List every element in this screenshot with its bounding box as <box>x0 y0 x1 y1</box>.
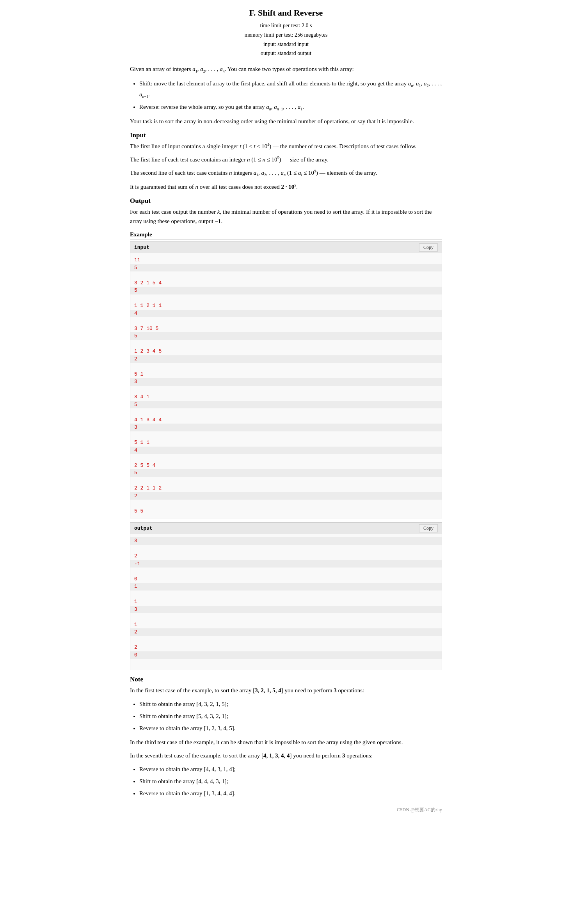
output-type: output: standard output <box>130 49 442 58</box>
input-line-7: 5 <box>130 332 442 340</box>
output-line-2: -1 <box>130 560 442 568</box>
input-line-12: 3 4 1 <box>134 394 149 400</box>
input-line-17: 4 <box>130 447 442 454</box>
output-line-8: 2 <box>130 628 442 636</box>
input-line-15: 3 <box>130 424 442 431</box>
note-first-case-item-2: Shift to obtain the array [5, 4, 3, 2, 1… <box>139 711 442 722</box>
operation-reverse: Reverse: reverse the whole array, so you… <box>139 102 442 113</box>
input-line-11: 3 <box>130 378 442 386</box>
time-limit: time limit per test: 2.0 s <box>130 21 442 30</box>
note-seventh-case-item-3: Reverse to obtain the array [1, 3, 4, 4,… <box>139 788 442 799</box>
operation-shift: Shift: move the last element of array to… <box>139 78 442 100</box>
input-line-13: 5 <box>130 401 442 409</box>
note-seventh-case-item-1: Reverse to obtain the array [4, 4, 3, 1,… <box>139 764 442 775</box>
note-seventh-case-intro: In the seventh test case of the example,… <box>130 751 442 760</box>
output-line-0: 3 <box>130 537 442 545</box>
note-title: Note <box>130 676 442 683</box>
output-section-title: Output <box>130 197 442 205</box>
input-line-10: 5 1 <box>134 371 143 377</box>
input-block-header: input Copy <box>130 242 442 253</box>
input-line-0: 11 <box>134 257 140 263</box>
input-line-22: 5 5 <box>134 508 143 514</box>
example-title: Example <box>130 231 442 240</box>
output-line-1: 2 <box>134 553 137 559</box>
page-title: F. Shift and Reverse <box>130 8 442 18</box>
output-line-10: 0 <box>130 651 442 659</box>
input-line-3: The second line of each test case contai… <box>130 168 442 178</box>
output-text: For each test case output the number k, … <box>130 207 442 226</box>
input-line-2: The first line of each test case contain… <box>130 155 442 164</box>
input-block: input Copy 11 5 3 2 1 5 4 5 1 1 2 1 1 4 … <box>130 241 442 518</box>
note-first-case-intro: In the first test case of the example, t… <box>130 686 442 695</box>
output-line-3: 0 <box>134 576 137 582</box>
copy-output-button[interactable]: Copy <box>419 524 438 532</box>
input-line-3: 5 <box>130 287 442 294</box>
output-line-7: 1 <box>134 622 137 628</box>
input-label: input <box>134 245 149 250</box>
input-line-2: 3 2 1 5 4 <box>134 280 162 286</box>
input-line-6: 3 7 10 5 <box>134 326 158 332</box>
note-seventh-case-list: Reverse to obtain the array [4, 4, 3, 1,… <box>139 764 442 799</box>
input-line-5: 4 <box>130 310 442 317</box>
output-block-header: output Copy <box>130 523 442 534</box>
input-line-18: 2 5 5 4 <box>134 463 156 468</box>
note-seventh-case-item-2: Shift to obtain the array [4, 4, 4, 3, 1… <box>139 776 442 787</box>
input-line-1: The first line of input contains a singl… <box>130 142 442 151</box>
task-paragraph: Your task is to sort the array in non-de… <box>130 117 442 126</box>
input-line-14: 4 1 3 4 4 <box>134 417 162 423</box>
input-content: 11 5 3 2 1 5 4 5 1 1 2 1 1 4 3 7 10 5 5 … <box>130 253 442 518</box>
input-line-21: 2 <box>130 492 442 500</box>
note-first-case-list: Shift to obtain the array [4, 3, 2, 1, 5… <box>139 699 442 734</box>
watermark: CSDN @想要AC的zhy <box>130 807 442 813</box>
input-line-19: 5 <box>130 469 442 477</box>
input-line-9: 2 <box>130 355 442 363</box>
intro-paragraph: Given an array of integers a1, a2, . . .… <box>130 64 442 74</box>
input-line-4: It is guaranteed that sum of n over all … <box>130 182 442 192</box>
output-line-6: 3 <box>130 606 442 614</box>
input-line-4: 1 1 2 1 1 <box>134 303 162 309</box>
output-line-9: 2 <box>134 644 137 650</box>
note-third-case: In the third test case of the example, i… <box>130 738 442 747</box>
input-line-16: 5 1 1 <box>134 440 149 445</box>
input-line-1: 5 <box>130 264 442 272</box>
output-content: 3 2 -1 0 1 1 3 1 2 2 0 <box>130 534 442 670</box>
meta-block: time limit per test: 2.0 s memory limit … <box>130 21 442 58</box>
output-label: output <box>134 525 153 531</box>
output-block: output Copy 3 2 -1 0 1 1 3 1 2 2 0 <box>130 522 442 670</box>
operations-list: Shift: move the last element of array to… <box>139 78 442 113</box>
note-first-case-item-1: Shift to obtain the array [4, 3, 2, 1, 5… <box>139 699 442 709</box>
memory-limit: memory limit per test: 256 megabytes <box>130 30 442 40</box>
output-line-4: 1 <box>130 583 442 591</box>
input-section-title: Input <box>130 131 442 139</box>
output-line-5: 1 <box>134 599 137 605</box>
input-type: input: standard input <box>130 40 442 49</box>
input-line-8: 1 2 3 4 5 <box>134 348 162 354</box>
note-first-case-item-3: Reverse to obtain the array [1, 2, 3, 4,… <box>139 723 442 734</box>
copy-input-button[interactable]: Copy <box>419 243 438 252</box>
input-line-20: 2 2 1 1 2 <box>134 485 162 491</box>
